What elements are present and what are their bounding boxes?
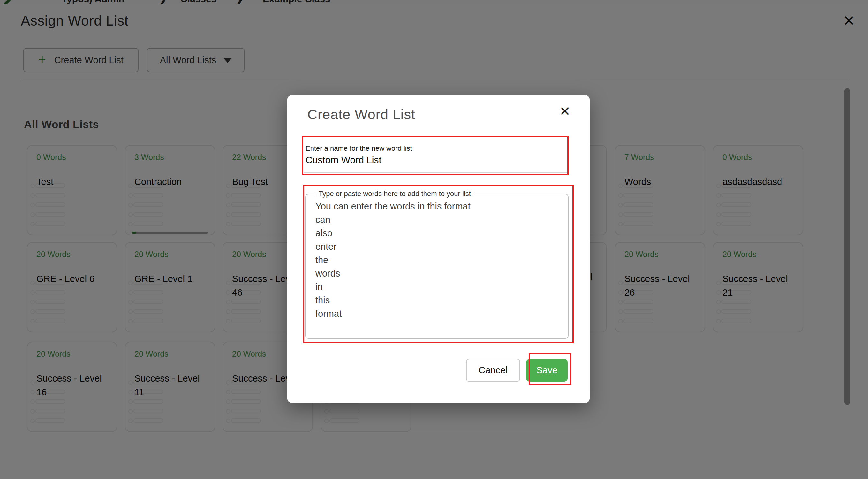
dialog-close-icon[interactable]: ✕: [559, 105, 570, 118]
cancel-button[interactable]: Cancel: [466, 359, 520, 382]
dialog-title: Create Word List: [307, 107, 415, 122]
save-button[interactable]: Save: [526, 359, 567, 382]
screen: Typos) Admin ❯ Classes ❯ Example Class A…: [0, 0, 868, 479]
name-input-underline: [304, 173, 567, 173]
words-fieldset: Type or paste words here to add them to …: [305, 194, 568, 339]
words-textarea[interactable]: You can enter the words in this format c…: [315, 200, 558, 334]
words-field-label: Type or paste words here to add them to …: [315, 190, 474, 198]
name-input[interactable]: [306, 155, 555, 166]
create-word-list-dialog: Create Word List ✕ Enter a name for the …: [287, 95, 590, 403]
name-field-label: Enter a name for the new word list: [306, 144, 412, 153]
